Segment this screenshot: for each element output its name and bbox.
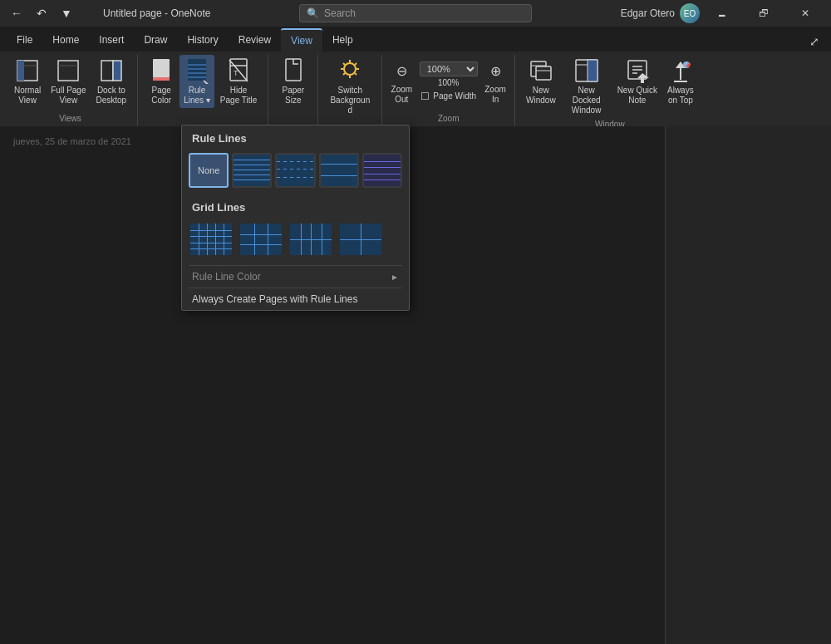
rule-lines-grid: None [182,150,409,194]
ribbon-group-page: PageColor RuleLines ▾ [138,55,268,126]
zoom-select[interactable]: 100% 75% 150% [420,61,478,76]
rule-lines-wide[interactable] [319,153,359,188]
zoom-100-label: 100% [438,78,460,87]
new-docked-window-button[interactable]: New DockedWindow [562,55,612,118]
rule-lines-title: Rule Lines [182,125,409,150]
main-content: jueves, 25 de marzo de 2021 [0,126,831,644]
grid-medium[interactable] [238,222,283,257]
rule-lines-custom[interactable] [362,153,402,188]
grid-large[interactable] [288,222,333,257]
page-buttons: PageColor RuleLines ▾ [145,55,261,121]
close-button[interactable]: ✕ [786,0,824,27]
undo-button[interactable]: ↶ [32,3,52,23]
ribbon-group-views: NormalView Full PageView Dock toDesktop … [3,55,138,126]
small-grid-preview [190,224,232,255]
more-button[interactable]: ▼ [57,3,76,23]
paper-size-icon [282,57,305,84]
new-docked-window-label: New DockedWindow [566,86,607,116]
always-create-pages-item[interactable]: Always Create Pages with Rule Lines [182,288,409,310]
zoom-100-option[interactable]: 100% [438,78,460,87]
tab-draw[interactable]: Draw [134,28,177,52]
zoom-controls: ⊖ ZoomOut 100% 75% 150% 100% ☐ Page Widt… [389,55,508,106]
always-on-top-icon: 📌 [669,57,692,84]
tab-insert[interactable]: Insert [89,28,134,52]
grid-lines-title: Grid Lines [182,194,409,219]
ribbon-tabs: File Home Insert Draw History Review Vie… [0,27,831,52]
new-window-label: NewWindow [526,86,556,106]
title-bar-left: ← ↶ ▼ Untitled page - OneNote [7,3,210,23]
normal-view-button[interactable]: NormalView [10,55,45,108]
tab-history[interactable]: History [177,28,228,52]
tab-help[interactable]: Help [322,28,363,52]
zoom-out-label: ZoomOut [391,85,413,105]
page-color-button[interactable]: PageColor [145,55,178,108]
svg-rect-31 [536,66,551,80]
title-bar: ← ↶ ▼ Untitled page - OneNote 🔍 Search E… [0,0,831,27]
rule-lines-dropdown: Rule Lines None [181,125,410,311]
dock-to-desktop-button[interactable]: Dock toDesktop [91,55,130,108]
tab-review[interactable]: Review [229,28,281,52]
search-placeholder: Search [324,7,356,19]
new-window-button[interactable]: NewWindow [522,55,560,108]
page-width-label: Page Width [433,91,476,101]
always-create-pages-label: Always Create Pages with Rule Lines [192,293,357,305]
svg-rect-6 [113,61,121,81]
switch-background-button[interactable]: SwitchBackground [325,55,375,118]
zoom-out-icon: ⊖ [396,60,407,83]
college-preview [277,155,313,186]
back-button[interactable]: ← [7,3,27,23]
full-page-view-icon [57,57,80,84]
ribbon-expand-button[interactable]: ⤢ [804,32,824,52]
tab-view[interactable]: View [281,28,322,52]
search-bar[interactable]: 🔍 Search [299,4,532,22]
ribbon-group-window: NewWindow New DockedWindow [515,55,705,126]
grid-small[interactable] [189,222,234,257]
rule-line-color-item[interactable]: Rule Line Color ► [182,266,409,288]
custom-preview [364,155,401,186]
svg-rect-7 [153,59,170,77]
zoom-in-button[interactable]: ⊕ ZoomIn [483,58,508,106]
paper-size-button[interactable]: PaperSize [277,55,310,108]
hide-page-title-button[interactable]: T HidePage Title [216,55,261,108]
sidebar-right [665,126,831,644]
zoom-selector-area: 100% 75% 150% 100% ☐ Page Width [417,61,479,104]
app-title: Untitled page - OneNote [103,7,210,19]
zoom-out-button[interactable]: ⊖ ZoomOut [389,58,414,106]
rule-lines-college[interactable] [275,153,315,188]
new-quick-note-icon [626,57,649,84]
medium-grid-preview [240,224,282,255]
restore-button[interactable]: 🗗 [745,0,783,27]
wide-preview [321,155,357,186]
views-group-label: Views [59,112,81,123]
svg-rect-5 [101,61,113,81]
rule-lines-none[interactable]: None [189,153,229,188]
new-docked-window-icon [574,57,599,84]
new-quick-note-button[interactable]: New QuickNote [613,55,661,108]
minimize-button[interactable]: 🗕 [703,0,741,27]
page-width-checkbox-icon: ☐ [420,91,430,102]
svg-line-27 [355,63,356,65]
tab-file[interactable]: File [7,28,42,52]
svg-point-20 [344,63,356,75]
xlarge-grid-preview [340,224,381,255]
svg-rect-34 [588,60,597,81]
zoom-in-icon: ⊕ [490,60,501,83]
grid-xlarge[interactable] [338,222,383,257]
normal-view-label: NormalView [14,86,41,106]
rule-lines-button[interactable]: RuleLines ▾ [179,55,214,108]
search-icon: 🔍 [307,7,319,19]
page-width-button[interactable]: ☐ Page Width [417,89,479,104]
hide-page-title-icon: T [227,57,250,84]
always-on-top-button[interactable]: 📌 Alwayson Top [663,55,698,108]
svg-rect-8 [153,77,170,81]
ribbon-content: NormalView Full PageView Dock toDesktop … [0,52,831,126]
none-label: None [198,165,219,175]
page-color-icon [150,57,173,84]
user-name: Edgar Otero [621,7,675,19]
large-grid-preview [290,224,332,255]
rule-lines-narrow[interactable] [232,153,272,188]
zoom-group-label: Zoom [438,112,460,123]
tab-home[interactable]: Home [42,28,89,52]
svg-marker-14 [204,80,209,84]
full-page-view-button[interactable]: Full PageView [47,55,90,108]
